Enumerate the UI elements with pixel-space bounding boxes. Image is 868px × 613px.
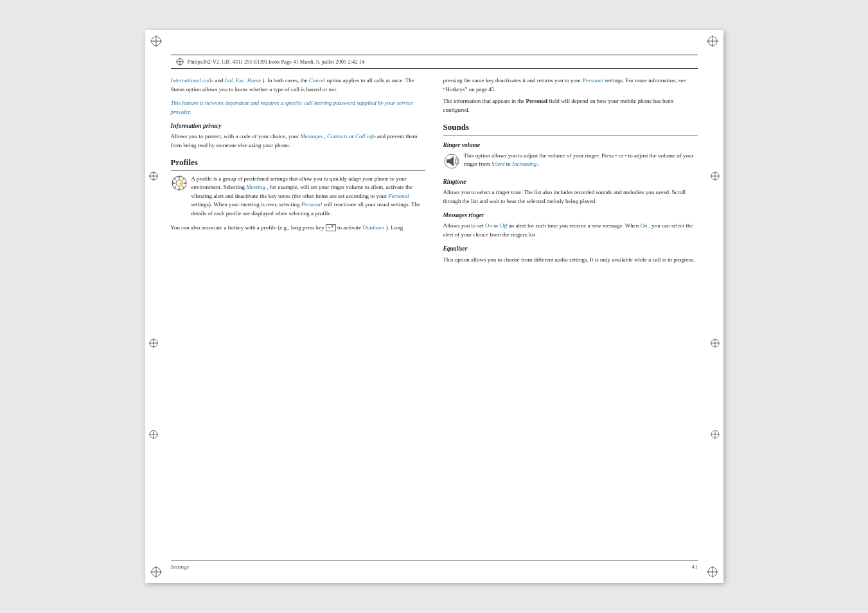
profile-icon: ⚡	[171, 175, 188, 191]
intro-after: ). In both cases, the	[262, 77, 308, 84]
silent-link: Silent	[492, 161, 505, 167]
footer-left: Settings	[171, 564, 190, 570]
side-mark-right-top	[711, 172, 720, 183]
international-calls-link: International calls	[171, 77, 214, 84]
on-link2: On	[641, 222, 648, 229]
left-column: International calls and Intl. Exc. Home …	[171, 76, 425, 547]
or-text: or	[349, 133, 355, 139]
ringer-icon	[443, 153, 460, 170]
info-privacy-text: Allows you to protect, with a code of yo…	[171, 133, 301, 139]
on-link1: On	[485, 222, 492, 229]
corner-mark-tr	[707, 35, 718, 47]
italic-note-text: This feature is network dependent and re…	[171, 100, 413, 115]
cancel-link: Cancel	[309, 77, 326, 84]
increasing-link: Increasing	[512, 161, 536, 167]
call-info-link: Call info	[355, 133, 376, 139]
ringer-volume-paragraph: This option allows you to adjust the vol…	[464, 152, 698, 169]
profiles-heading: Profiles	[171, 156, 425, 171]
right-column: pressing the same key deactivates it and…	[443, 76, 698, 547]
svg-line-42	[173, 186, 175, 188]
messages-ringer-paragraph: Allows you to set On or Off an alert for…	[443, 222, 698, 239]
messages-ringer-heading: Messages ringer	[443, 211, 698, 220]
key-symbol: →*	[326, 224, 336, 231]
corner-mark-tl	[150, 35, 162, 47]
profiles-icon-row: ⚡ A profile is a group of predefined set…	[171, 175, 425, 222]
personal-link2: Personal	[301, 201, 323, 208]
side-mark-left-top	[149, 172, 158, 183]
intl-exc-home-link: Intl. Exc. Home	[225, 77, 261, 84]
ringer-icon-row: This option allows you to adjust the vol…	[443, 152, 698, 172]
personal-bold: Personal	[526, 98, 547, 104]
contacts-link: Contacts	[327, 133, 348, 139]
svg-marker-46	[450, 156, 454, 166]
footer-right: 41	[692, 564, 698, 570]
corner-mark-bl	[150, 566, 162, 578]
ringer-volume-heading: Ringer volume	[443, 141, 698, 150]
profiles-paragraph: A profile is a group of predefined setti…	[191, 175, 425, 218]
equaliser-paragraph: This option allows you to choose from di…	[443, 256, 698, 265]
equaliser-heading: Equaliser	[443, 244, 698, 253]
header-registration	[176, 58, 184, 66]
sounds-heading: Sounds	[443, 121, 698, 136]
header-text: Philips362-V2_GB_4311 255 63391.book Pag…	[188, 58, 365, 65]
outdoors-link: Outdoors	[362, 224, 384, 231]
svg-text:⚡: ⚡	[177, 179, 186, 188]
personal-link1: Personal	[388, 193, 409, 199]
content-area: International calls and Intl. Exc. Home …	[171, 76, 698, 547]
book-page: Philips362-V2_GB_4311 255 63391.book Pag…	[145, 30, 723, 583]
side-mark-left-bot	[149, 430, 158, 441]
corner-mark-br	[707, 566, 718, 578]
messages-link: Messages	[300, 133, 323, 139]
intro-paragraph: International calls and Intl. Exc. Home …	[171, 76, 425, 94]
header-bar: Philips362-V2_GB_4311 255 63391.book Pag…	[171, 55, 698, 69]
personal-link-right: Personal	[583, 77, 604, 84]
info-privacy-paragraph: Allows you to protect, with a code of yo…	[171, 132, 425, 150]
svg-rect-45	[447, 159, 450, 163]
page-container: Philips362-V2_GB_4311 255 63391.book Pag…	[0, 0, 868, 613]
side-mark-right-mid	[711, 339, 720, 350]
side-mark-right-bot	[711, 430, 720, 441]
pressing-paragraph: pressing the same key deactivates it and…	[443, 76, 698, 94]
info-privacy-heading: Information privacy	[171, 121, 425, 130]
side-mark-left-mid	[149, 339, 158, 350]
svg-line-39	[173, 178, 175, 180]
off-link: Off	[500, 222, 508, 229]
italic-note-block: This feature is network dependent and re…	[171, 99, 425, 116]
footer-bar: Settings 41	[171, 560, 698, 570]
personal-field-paragraph: The information that appears in the Pers…	[443, 97, 698, 114]
ringtone-heading: Ringtone	[443, 177, 698, 186]
ringtone-paragraph: Allows you to select a ringer tone. The …	[443, 188, 698, 206]
meeting-link: Meeting	[246, 184, 265, 190]
intro-and: and	[215, 77, 225, 84]
profiles-hotkey-paragraph: You can also associate a hotkey with a p…	[171, 224, 425, 233]
